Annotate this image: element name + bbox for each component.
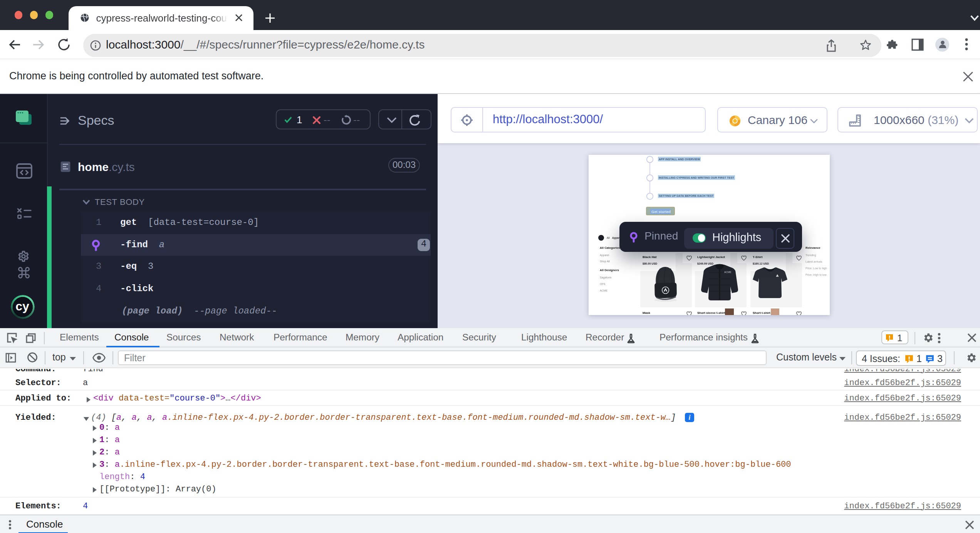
svg-text:ACME: ACME <box>724 271 731 273</box>
